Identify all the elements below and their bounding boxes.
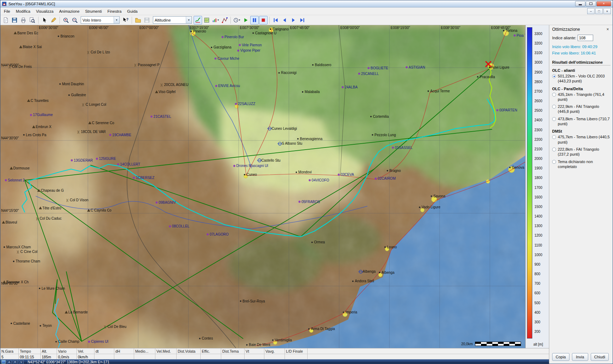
altitude-tick-label: 900	[534, 262, 540, 266]
save-as-button[interactable]	[143, 16, 151, 24]
town-icon	[68, 94, 70, 96]
measure-tool-button[interactable]	[49, 16, 58, 24]
graph-menu-button[interactable]: ▼	[211, 16, 220, 24]
chiudi-button[interactable]: Chiudi	[591, 353, 609, 361]
select-tool-button[interactable]	[40, 16, 49, 24]
prev-fix-button[interactable]	[280, 16, 289, 24]
turnpoint-icon	[338, 174, 340, 176]
grid-label: E006°30'00"	[39, 26, 58, 30]
new-document-button[interactable]	[1, 16, 10, 24]
pause-button[interactable]	[250, 16, 259, 24]
radio-icon[interactable]	[552, 117, 556, 121]
result-radio-option[interactable]: 435,1km - Triangolo (761,4 punti)	[552, 92, 611, 102]
map-appearance-button[interactable]	[202, 16, 211, 24]
status-column-header: Vario	[57, 348, 77, 354]
turnpoint-icon	[239, 44, 241, 46]
altitude-tick-label: 2700	[534, 89, 542, 93]
panel-close-button[interactable]: ×	[605, 27, 611, 32]
grid-label: N44°15'00"	[1, 209, 19, 213]
help-pointer-button[interactable]: ?	[121, 16, 130, 24]
menu-item-visualizza[interactable]: Visualizza	[33, 8, 56, 15]
waypoint-label: Briancon	[61, 34, 74, 38]
altitude-tick-label: 1400	[534, 214, 542, 218]
maximize-button[interactable]	[586, 1, 596, 6]
radio-icon[interactable]	[552, 148, 556, 151]
map-scale-bar	[475, 342, 521, 346]
task-tool-button[interactable]	[220, 16, 229, 24]
map-canvas[interactable]: E006°30'00"E006°45'00"E007°00'00"E007°15…	[0, 25, 525, 348]
town-icon	[59, 83, 61, 85]
status-flag-a[interactable]: A	[7, 360, 12, 364]
cursor-coordinates: N43°52'42" E006°34'27" 1369m D=202,3km E…	[28, 360, 109, 364]
stop-button[interactable]	[259, 16, 268, 24]
menu-item-finestra[interactable]: Finestra	[105, 8, 125, 15]
mdi-minimize-button[interactable]: –	[587, 8, 595, 14]
radio-icon[interactable]	[552, 74, 556, 78]
turnpoint-icon	[214, 58, 217, 60]
waypoint-label: 08COLLEL	[172, 224, 190, 228]
status-flag-r[interactable]: R	[13, 360, 18, 364]
altitude-tick-label: 1200	[534, 233, 542, 237]
town-icon	[279, 72, 280, 74]
minimize-button[interactable]	[575, 1, 585, 6]
menu-item-modifica[interactable]: Modifica	[13, 8, 33, 15]
invia-button[interactable]: Invia	[572, 353, 588, 361]
radio-icon[interactable]	[552, 135, 556, 139]
mdi-restore-button[interactable]: □	[595, 8, 603, 14]
radio-icon[interactable]	[552, 105, 556, 109]
waypoint-label: Tête d'Estro	[42, 206, 62, 210]
menu-item-strumenti[interactable]: Strumenti	[82, 8, 105, 15]
first-fix-button[interactable]	[271, 16, 280, 24]
waypoint-label: C Tourettes	[30, 99, 48, 103]
turnpoint-icon	[309, 179, 311, 181]
radio-icon[interactable]	[552, 160, 556, 164]
print-button[interactable]	[19, 16, 28, 24]
status-value: 0km/h	[77, 354, 94, 359]
turnpoint-icon	[392, 146, 394, 149]
open-folder-icon	[134, 17, 142, 24]
waypoint-label: Ormea	[314, 240, 325, 244]
result-radio-option[interactable]: 222,9km - FAI Triangolo (445,8 punti)	[552, 104, 611, 114]
waypoint-label: Vigone Piper	[240, 48, 261, 52]
time-menu-button[interactable]: ▼	[233, 16, 241, 24]
altitude-tick-label: 300	[534, 320, 540, 324]
waypoint-label: Arma Di Taggia	[311, 327, 335, 331]
result-radio-option[interactable]: 501,22km - Volo OLC 2003 (443,23 punti)	[552, 74, 611, 84]
copia-button[interactable]: Copia	[552, 353, 569, 361]
color-mode-combobox[interactable]: Altitudine▼	[153, 16, 192, 24]
waypoint-label: Benevagienna	[300, 137, 322, 141]
chevron-down-icon[interactable]: ▼	[186, 17, 191, 23]
town-icon	[311, 242, 313, 243]
open-folder-button[interactable]	[134, 16, 142, 24]
result-radio-option[interactable]: Tema dichiarato non completato	[552, 159, 611, 169]
menu-item-guida[interactable]: Guida	[124, 8, 140, 15]
town-icon	[211, 47, 212, 48]
last-fix-button[interactable]	[298, 16, 306, 24]
flight-view-combobox[interactable]: Volo Intero▼	[81, 16, 120, 24]
close-button[interactable]: ×	[596, 1, 611, 6]
result-radio-option[interactable]: 475,7km - Tema Libero (440,5 punti)	[552, 134, 611, 145]
status-value	[201, 354, 221, 359]
save-button[interactable]	[10, 16, 19, 24]
altitude-tick-label: 2000	[534, 157, 542, 161]
turnpoint-icon	[514, 34, 516, 36]
menu-item-animazione[interactable]: Animazione	[56, 8, 82, 15]
track-colors-button[interactable]	[194, 16, 202, 24]
zoom-out-button[interactable]	[70, 16, 79, 24]
town-icon	[302, 91, 303, 93]
status-flag-v[interactable]: V	[19, 360, 24, 364]
waypoint-label: Andora Stell	[355, 279, 374, 283]
chevron-down-icon[interactable]: ▼	[114, 17, 119, 23]
result-radio-option[interactable]: 222,8km - FAI Triangolo (237,2 punti)	[552, 147, 611, 157]
play-button[interactable]	[241, 16, 250, 24]
zoom-in-button[interactable]	[62, 16, 70, 24]
map-area[interactable]: E006°30'00"E006°45'00"E007°00'00"E007°15…	[0, 25, 526, 348]
result-radio-option[interactable]: 473,8km - Tema Libero (710,7 punti)	[552, 116, 611, 127]
glider-index-input[interactable]	[578, 35, 593, 41]
radio-icon[interactable]	[552, 93, 556, 97]
menu-item-file[interactable]: File	[1, 8, 13, 15]
color-mode-value: Altitudine	[153, 18, 186, 22]
next-fix-button[interactable]	[289, 16, 298, 24]
mdi-close-button[interactable]: ×	[603, 8, 611, 14]
print-preview-button[interactable]	[28, 16, 36, 24]
